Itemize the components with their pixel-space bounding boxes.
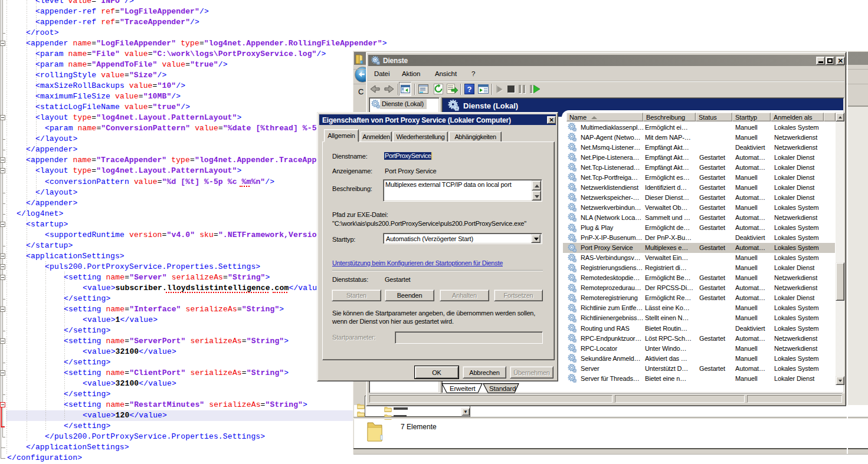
svg-text:Standard: Standard xyxy=(489,385,516,392)
svg-text:Erweitert: Erweitert xyxy=(450,385,476,392)
